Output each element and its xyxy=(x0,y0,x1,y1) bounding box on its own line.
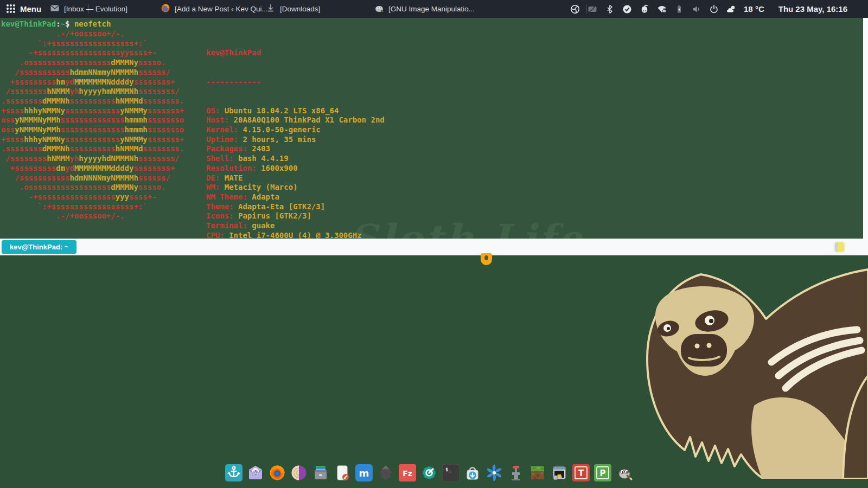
shutter-tray-icon[interactable] xyxy=(570,4,580,14)
neofetch-info-list: OS: Ubuntu 18.04.2 LTS x86_64Host: 20A8A… xyxy=(206,106,385,239)
neofetch-info-row: Shell: bash 4.4.19 xyxy=(206,154,385,164)
neofetch-info-row: Icons: Papirus [GTK2/3] xyxy=(206,211,385,221)
ascii-art-line: /sssssssshNMMMyhhyyyyhmNMMMNhssssssss/ xyxy=(1,87,184,97)
ascii-art-line: /ssssssssssshdmmNNmmyNMMMMhssssss/ xyxy=(1,68,184,78)
ascii-art-line: +sssshhhyNMMNyssssssssssssyNMMMysssssss+ xyxy=(1,106,184,116)
mail-icon xyxy=(50,3,60,15)
taskbar-window-firefox[interactable]: [Add a New Post ‹ Kev Qui... xyxy=(161,0,268,18)
terminal-prompt: kev@ThinkPad:~$ neofetch xyxy=(1,20,111,29)
taskbar-window-label: [Inbox — Evolution] xyxy=(64,5,127,13)
ascii-art-line: .ssssssssdMMMNhsssssssssshNMMMdssssssss. xyxy=(1,144,184,154)
neofetch-underline: ------------ xyxy=(206,78,385,87)
sloth-wallpaper-illustration xyxy=(629,265,868,479)
top-panel: Menu [Inbox — Evolution][Add a New Post … xyxy=(0,0,868,18)
terminal-dock-icon[interactable]: $_ xyxy=(442,464,459,481)
menu-label: Menu xyxy=(20,4,41,14)
software-store-dock-icon[interactable] xyxy=(464,464,481,481)
svg-text:@: @ xyxy=(253,469,258,474)
file-cabinet-dock-icon[interactable] xyxy=(312,464,329,481)
prompt-path: ~ xyxy=(61,20,65,28)
mascot-tray-icon[interactable] xyxy=(640,4,649,14)
ascii-art-line: +ssssssssshmydMMMMMMMNddddyssssssss+ xyxy=(1,78,184,87)
taskbar-window-mail[interactable]: [Inbox — Evolution] xyxy=(50,0,127,18)
tweaks-dock-icon[interactable] xyxy=(420,464,438,481)
mastodon-dock-icon[interactable]: m xyxy=(355,464,373,481)
taskbar-window-download[interactable]: [Downloads] xyxy=(266,0,320,18)
anchor-dock-icon[interactable] xyxy=(225,464,242,481)
ascii-art-line: .ossssssssssssssssssdMMMNysssso. xyxy=(1,183,184,192)
inkscape-dock-icon[interactable] xyxy=(377,464,394,481)
email-dock-icon[interactable]: @ xyxy=(247,464,264,481)
download-icon xyxy=(266,3,276,15)
weather-tray-icon[interactable] xyxy=(726,4,736,14)
ascii-art-line: .-/+oosssoo+/-. xyxy=(1,29,184,39)
svg-text:P: P xyxy=(600,468,606,478)
prompt-command: neofetch xyxy=(69,20,111,28)
firefox-dock-icon[interactable] xyxy=(269,464,286,481)
svg-text:m: m xyxy=(359,467,369,479)
ascii-art-line: +sssshhhyNMMNyssssssssssssyNMMMysssssss+ xyxy=(1,135,184,145)
ascii-art-line: /sssssssshNMMMyhhyyyyhdNMMMNhssssssss/ xyxy=(1,154,184,164)
neofetch-info-row: Terminal: guake xyxy=(206,221,385,231)
ascii-art-line: /ssssssssssshdmNNNNmyNMMMMhssssss/ xyxy=(1,174,184,183)
terminal-scrollbar[interactable] xyxy=(863,18,868,239)
taskbar-window-label: [Add a New Post ‹ Kev Qui... xyxy=(175,5,268,13)
terminal-tab[interactable]: kev@ThinkPad: ~ xyxy=(2,240,76,254)
minecraft-dock-icon[interactable] xyxy=(529,464,546,481)
taskbar-window-gimp[interactable]: [GNU Image Manipulatio... xyxy=(374,0,475,18)
neofetch-info-row: Kernel: 4.15.0-50-generic xyxy=(206,125,385,135)
ascii-art-line: ossyNMMMNyMMhsssssssssssssshmmmhssssssso xyxy=(1,115,184,125)
screen-off-tray-icon[interactable] xyxy=(588,4,597,14)
menu-button[interactable]: Menu xyxy=(0,0,48,18)
prompt-user-host: kev@ThinkPad xyxy=(1,20,56,28)
tutanota-dock-icon[interactable]: T xyxy=(572,464,590,481)
neofetch-info-row: Host: 20A8A0Q100 ThinkPad X1 Carbon 2nd xyxy=(206,115,385,125)
bluetooth-tray-icon[interactable] xyxy=(605,4,615,14)
guake-handle-lock-icon[interactable] xyxy=(481,253,492,265)
clamp-dock-icon[interactable] xyxy=(507,464,525,481)
dock: @mFz$_TP xyxy=(225,464,633,481)
ascii-art-line: .-/+oosssoo+/-. xyxy=(1,211,184,221)
media-player-dock-icon[interactable] xyxy=(290,464,308,481)
document-editor-dock-icon[interactable] xyxy=(334,464,351,481)
neofetch-info-row: CPU: Intel i7-4600U (4) @ 3.300GHz xyxy=(206,231,385,239)
taskbar-window-label: [GNU Image Manipulatio... xyxy=(388,5,475,13)
clock[interactable]: Thu 23 May, 16:16 xyxy=(778,4,847,14)
neofetch-info-row: WM Theme: Adapta xyxy=(206,192,385,202)
neofetch-ascii-logo: .-/+oosssoo+/-. `:+ssssssssssssssssss+:`… xyxy=(1,29,184,221)
neofetch-info-row: OS: Ubuntu 18.04.2 LTS x86_64 xyxy=(206,106,385,116)
wifi-secure-tray-icon[interactable] xyxy=(657,4,667,14)
neofetch-info-panel: kev@ThinkPad ------------ OS: Ubuntu 18.… xyxy=(206,29,385,239)
temperature-indicator[interactable]: 18 °C xyxy=(744,4,764,14)
svg-text:$_: $_ xyxy=(445,467,451,472)
svg-text:Fz: Fz xyxy=(403,469,412,478)
neofetch-info-row: Theme: Adapta-Eta [GTK2/3] xyxy=(206,202,385,212)
gimp-icon xyxy=(374,3,384,15)
tray-icons xyxy=(570,4,736,14)
ascii-art-line: ossyNMMMNyMMhsssssssssssssshmmmhssssssso xyxy=(1,125,184,135)
taskbar-window-label: [Downloads] xyxy=(280,5,320,13)
filezilla-dock-icon[interactable]: Fz xyxy=(399,464,416,481)
updates-check-tray-icon[interactable] xyxy=(622,4,632,14)
firefox-icon xyxy=(161,3,170,15)
neofetch-title: kev@ThinkPad xyxy=(206,48,385,58)
ascii-art-line: .ssssssssdMMMNhsssssssssshNMMMdssssssss. xyxy=(1,97,184,106)
system-tray: 18 °C Thu 23 May, 16:16 xyxy=(570,0,868,18)
ascii-art-line: -+sssssssssssssssssyyyssss+- xyxy=(1,192,184,202)
volume-muted-tray-icon[interactable] xyxy=(692,4,701,14)
shutter-blue-dock-icon[interactable] xyxy=(486,464,503,481)
ascii-art-line: `:+ssssssssssssssssss+:` xyxy=(1,202,184,212)
battery-charging-tray-icon[interactable] xyxy=(674,4,684,14)
root-terminal-dock-icon[interactable] xyxy=(551,464,568,481)
ascii-art-line: +sssssssssdmydMMMMMMMMddddyssssssss+ xyxy=(1,164,184,174)
neofetch-info-row: DE: MATE xyxy=(206,174,385,183)
guake-tab-bar: kev@ThinkPad: ~ xyxy=(0,239,868,255)
neofetch-info-row: Uptime: 2 hours, 35 mins xyxy=(206,135,385,145)
gimp-dock-icon[interactable] xyxy=(616,464,633,481)
p-editor-dock-icon[interactable]: P xyxy=(594,464,611,481)
ascii-art-line: .ossssssssssssssssssdMMMNysssso. xyxy=(1,58,184,68)
power-tray-icon[interactable] xyxy=(709,4,719,14)
guake-terminal[interactable]: Sloth Life kev@ThinkPad:~$ neofetch .-/+… xyxy=(0,18,868,239)
tab-bar-notes-icon[interactable] xyxy=(835,242,844,252)
svg-text:T: T xyxy=(578,468,584,478)
